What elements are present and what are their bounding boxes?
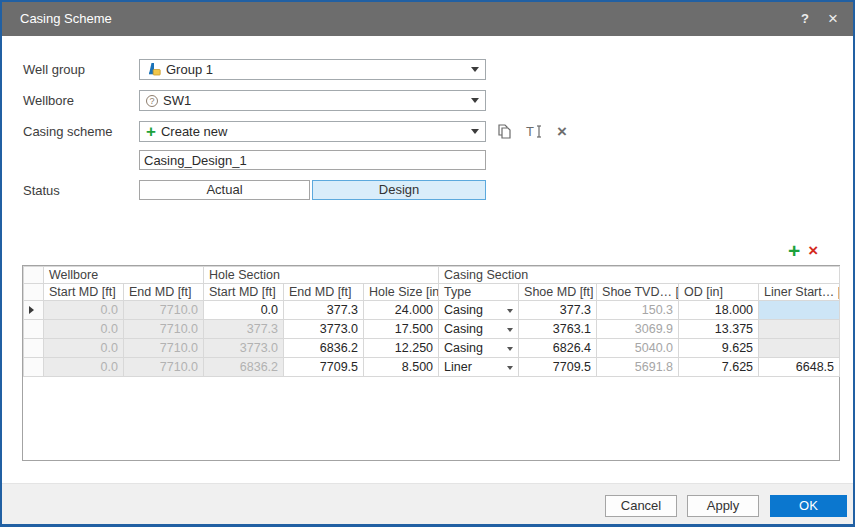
grid-cell — [759, 320, 840, 339]
type-value: Casing — [444, 341, 483, 355]
grid-cell: 0.0 — [44, 320, 124, 339]
remove-row-icon[interactable]: × — [808, 242, 818, 260]
chevron-down-icon — [507, 347, 513, 351]
scheme-actions: T × — [495, 121, 567, 142]
grid-cell: 7710.0 — [124, 339, 204, 358]
row-selector[interactable] — [24, 339, 44, 358]
row-selector[interactable] — [24, 320, 44, 339]
grid-cell[interactable]: 7709.5 — [519, 358, 597, 377]
grid-actions: + × — [788, 242, 818, 260]
grid-cell: 6836.2 — [204, 358, 284, 377]
type-value: Casing — [444, 303, 483, 317]
grid-cell: 7710.0 — [124, 320, 204, 339]
footer: Cancel Apply OK — [2, 483, 853, 524]
group-header-casing-section: Casing Section — [439, 267, 840, 284]
grid-cell[interactable]: 18.000 — [679, 301, 759, 320]
chevron-down-icon — [507, 309, 513, 313]
type-value: Liner — [444, 360, 472, 374]
delete-icon[interactable]: × — [557, 124, 567, 140]
grid-cell[interactable]: 7.625 — [679, 358, 759, 377]
column-header: Start MD [ft] — [204, 284, 284, 301]
grid-cell[interactable]: 17.500 — [364, 320, 439, 339]
grid-cell: 7710.0 — [124, 301, 204, 320]
column-header: Shoe MD [ft] — [519, 284, 597, 301]
cancel-button[interactable]: Cancel — [605, 495, 677, 517]
row-selector[interactable] — [24, 301, 44, 320]
grid-cell: 7710.0 — [124, 358, 204, 377]
grid-cell[interactable]: 0.0 — [204, 301, 284, 320]
dialog-title: Casing Scheme — [20, 2, 112, 36]
column-header: Start MD [ft] — [44, 284, 124, 301]
grid-cell[interactable]: 7709.5 — [284, 358, 364, 377]
grid-cell[interactable]: 3773.0 — [284, 320, 364, 339]
copy-icon[interactable] — [495, 123, 512, 140]
grid-cell[interactable]: 377.3 — [284, 301, 364, 320]
table-row: 0.07710.06836.27709.58.500Liner7709.5569… — [24, 358, 840, 377]
grid-cell[interactable]: 150.3 — [597, 301, 679, 320]
grid-cell[interactable]: 5040.0 — [597, 339, 679, 358]
well-group-value: Group 1 — [166, 62, 471, 77]
grid-cell[interactable]: 6836.2 — [284, 339, 364, 358]
well-group-dropdown[interactable]: Group 1 — [139, 59, 486, 80]
type-dropdown-cell[interactable]: Casing — [439, 301, 519, 320]
grid-cell: 0.0 — [44, 339, 124, 358]
chevron-down-icon — [471, 67, 479, 72]
scheme-name-input[interactable] — [139, 150, 486, 170]
type-dropdown-cell[interactable]: Casing — [439, 339, 519, 358]
group-header-hole-section: Hole Section — [204, 267, 439, 284]
grid-cell[interactable]: 3069.9 — [597, 320, 679, 339]
casing-grid: Wellbore Hole Section Casing Section Sta… — [22, 265, 840, 461]
column-header: Type — [439, 284, 519, 301]
casing-scheme-dialog: Casing Scheme ? × Well group Wellbore Ca… — [0, 0, 855, 527]
chevron-down-icon — [471, 98, 479, 103]
grid-cell[interactable]: 377.3 — [519, 301, 597, 320]
grid-corner — [24, 284, 44, 301]
type-dropdown-cell[interactable]: Casing — [439, 320, 519, 339]
column-header: Liner Start… [ft] — [759, 284, 840, 301]
add-row-icon[interactable]: + — [788, 242, 800, 260]
chevron-down-icon — [507, 328, 513, 332]
grid-corner — [24, 267, 44, 284]
svg-text:T: T — [526, 124, 534, 139]
status-actual-button[interactable]: Actual — [139, 180, 310, 200]
grid-cell[interactable]: 5691.8 — [597, 358, 679, 377]
casing-scheme-dropdown[interactable]: + Create new — [139, 121, 486, 142]
chevron-down-icon — [471, 129, 479, 134]
wellbore-value: SW1 — [163, 93, 471, 108]
status-design-button[interactable]: Design — [312, 180, 486, 200]
current-row-arrow-icon — [29, 306, 34, 314]
close-icon[interactable]: × — [819, 2, 847, 36]
type-dropdown-cell[interactable]: Liner — [439, 358, 519, 377]
grid-cell: 377.3 — [204, 320, 284, 339]
column-header: OD [in] — [679, 284, 759, 301]
column-header: Shoe TVD… [ft] — [597, 284, 679, 301]
row-selector[interactable] — [24, 358, 44, 377]
titlebar: Casing Scheme ? × — [2, 2, 853, 36]
grid-cell[interactable] — [759, 301, 840, 320]
grid-cell — [759, 339, 840, 358]
apply-button[interactable]: Apply — [687, 495, 759, 517]
table-row: 0.07710.03773.06836.212.250Casing6826.45… — [24, 339, 840, 358]
grid-cell[interactable]: 24.000 — [364, 301, 439, 320]
grid-cell[interactable]: 8.500 — [364, 358, 439, 377]
casing-scheme-value: Create new — [161, 124, 471, 139]
wellbore-dropdown[interactable]: ? SW1 — [139, 90, 486, 111]
column-header: End MD [ft] — [124, 284, 204, 301]
help-icon[interactable]: ? — [793, 2, 817, 36]
grid-cell[interactable]: 6648.5 — [759, 358, 840, 377]
column-header-row: Start MD [ft] End MD [ft] Start MD [ft] … — [24, 284, 840, 301]
grid-cell[interactable]: 13.375 — [679, 320, 759, 339]
grid-cell[interactable]: 12.250 — [364, 339, 439, 358]
grid-cell: 0.0 — [44, 301, 124, 320]
well-group-icon — [146, 62, 161, 77]
grid-cell[interactable]: 9.625 — [679, 339, 759, 358]
group-header-wellbore: Wellbore — [44, 267, 204, 284]
grid-cell[interactable]: 6826.4 — [519, 339, 597, 358]
chevron-down-icon — [507, 366, 513, 370]
grid-cell: 0.0 — [44, 358, 124, 377]
create-new-plus-icon: + — [146, 124, 156, 139]
casing-scheme-label: Casing scheme — [23, 124, 113, 139]
grid-cell[interactable]: 3763.1 — [519, 320, 597, 339]
ok-button[interactable]: OK — [770, 495, 847, 517]
rename-icon[interactable]: T — [525, 123, 544, 140]
